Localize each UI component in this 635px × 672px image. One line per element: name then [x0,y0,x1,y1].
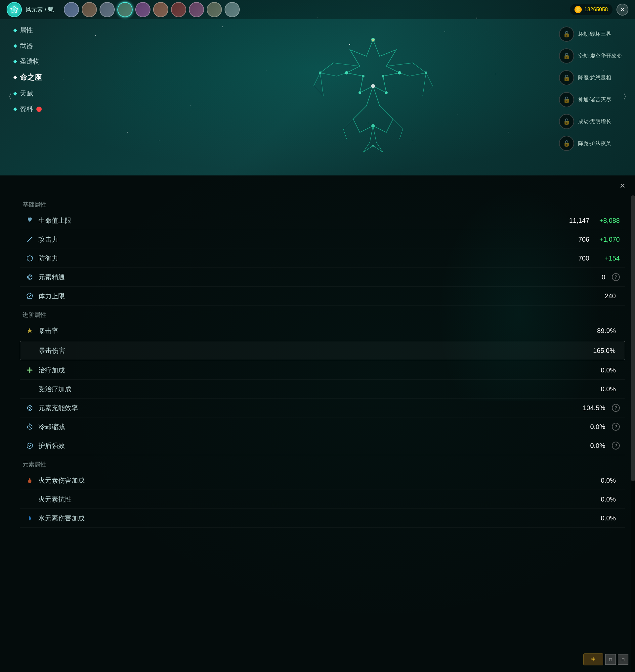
stat-row-stamina: 体力上限 240 [20,287,625,306]
svg-point-11 [319,71,322,74]
stat-value-hp: 11,147 [569,217,589,225]
stat-bonus-def: +154 [593,255,620,262]
menu-item-constellation[interactable]: 命之座 [10,70,46,85]
section-title-advanced: 进阶属性 [20,306,625,321]
section-title-basic: 基础属性 [20,195,625,211]
stat-icon-hydro [25,513,35,523]
nav-arrow-right[interactable]: 〉 [622,87,632,107]
corner-badge[interactable]: 中 [584,653,603,665]
char-avatar-5[interactable] [135,2,151,17]
help-icon-shield[interactable]: ? [612,442,620,449]
stat-icon-pyro-res [25,495,35,504]
char-avatar-6[interactable] [153,2,168,17]
stat-icon-er [25,403,35,413]
constellation-symbol [294,20,453,172]
menu-item-weapon[interactable]: 武器 [10,39,46,53]
lock-icon-6: 🔒 [563,140,570,147]
nav-chars [64,2,570,17]
char-avatar-10[interactable] [224,2,240,17]
panel-close-button[interactable]: ✕ [616,180,628,192]
help-icon-em[interactable]: ? [612,273,620,281]
lock-circle-1: 🔒 [559,26,574,42]
lock-item-1[interactable]: 🔒 坏劫·毁坏三界 [559,26,622,42]
stat-name-em: 元素精通 [38,273,601,282]
menu-label-attributes: 属性 [20,26,33,35]
menu-label-profile: 资料 [20,105,33,113]
menu-item-artifacts[interactable]: 圣遗物 [10,54,46,68]
svg-point-9 [362,75,365,78]
stat-row-crit-dmg: 暴击伤害 165.0% [20,341,625,360]
left-menu: 属性 武器 圣遗物 命之座 天赋 资料 ! [10,23,46,118]
scrollbar[interactable] [631,195,635,672]
top-nav: 风元素 / 魈 🪙 18265058 ✕ [0,0,635,19]
stat-row-healing: 治疗加成 0.0% [20,361,625,380]
stat-row-incoming-healing: 受治疗加成 0.0% [20,380,625,399]
stat-icon-em [25,272,35,282]
nav-close-button[interactable]: ✕ [616,4,628,16]
char-avatar-9[interactable] [207,2,222,17]
scrollbar-thumb[interactable] [631,195,635,481]
lock-item-3[interactable]: 🔒 降魔·忿怒显相 [559,70,622,85]
nav-arrow-left[interactable]: 〈 [3,87,13,107]
char-avatar-4[interactable] [117,2,133,17]
corner-btn-2[interactable]: ◻ [618,654,628,665]
lock-item-4[interactable]: 🔒 神通·诸苦灭尽 [559,92,622,107]
svg-point-6 [398,71,401,75]
char-avatar-2[interactable] [82,2,97,17]
stat-row-em: 元素精通 0 ? [20,268,625,287]
stats-container[interactable]: 基础属性 生命值上限 11,147 +8,088 攻击力 706 +1,070 [20,195,628,672]
lock-icon-3: 🔒 [563,74,570,81]
help-icon-er[interactable]: ? [612,404,620,412]
svg-marker-16 [27,293,33,299]
corner-btn-1[interactable]: ◻ [605,654,616,665]
menu-item-talents[interactable]: 天赋 [10,86,46,101]
stat-value-cd-reduction: 0.0% [590,423,605,431]
lock-item-6[interactable]: 🔒 降魔·护法夜叉 [559,136,622,151]
stat-row-cd-reduction: 冷却缩减 0.0% ? [20,417,625,436]
menu-diamond [13,44,17,48]
stat-name-pyro-dmg: 火元素伤害加成 [38,476,600,485]
char-avatar-3[interactable] [100,2,115,17]
svg-point-12 [425,71,427,74]
stat-value-atk: 706 [578,236,589,243]
lock-label-5: 成劫·无明增长 [578,118,611,125]
bottom-right-corner: 中 ◻ ◻ [584,653,628,665]
nav-logo[interactable] [7,2,22,17]
help-icon-cd[interactable]: ? [612,423,620,431]
menu-label-artifacts: 圣遗物 [20,57,40,66]
lock-icon-1: 🔒 [563,30,570,38]
menu-diamond [13,107,17,111]
lock-item-2[interactable]: 🔒 空劫·虚空华开敌变 [559,48,622,64]
lock-icon-4: 🔒 [563,96,570,103]
stat-icon-shield [25,441,35,450]
stat-icon-incoming-healing [25,384,35,394]
stat-value-pyro-dmg: 0.0% [600,477,616,484]
stats-panel: ✕ 基础属性 生命值上限 11,147 +8,088 攻击力 [0,175,635,672]
menu-diamond-active [13,76,17,79]
menu-item-profile[interactable]: 资料 ! [10,102,46,116]
svg-point-4 [371,84,375,88]
lock-label-4: 神通·诸苦灭尽 [578,96,611,103]
stat-value-crit-dmg: 165.0% [593,347,615,355]
stat-name-atk: 攻击力 [38,235,578,244]
lock-circle-5: 🔒 [559,114,574,129]
char-avatar-1[interactable] [64,2,79,17]
lock-label-2: 空劫·虚空华开敌变 [578,52,622,60]
char-avatar-7[interactable] [171,2,186,17]
stat-row-hp: 生命值上限 11,147 +8,088 [20,211,625,230]
profile-badge: ! [36,107,42,112]
stat-value-shield: 0.0% [590,442,605,449]
stat-name-healing: 治疗加成 [38,366,600,375]
nav-currency: 🪙 18265058 [570,4,613,15]
stat-row-shield: 护盾强效 0.0% ? [20,436,625,455]
section-title-elemental: 元素属性 [20,455,625,471]
menu-item-attributes[interactable]: 属性 [10,23,46,37]
char-avatar-8[interactable] [189,2,204,17]
constellation-locks: 🔒 坏劫·毁坏三界 🔒 空劫·虚空华开敌变 🔒 降魔·忿怒显相 🔒 神通·诸苦灭… [559,26,622,151]
svg-point-0 [13,8,15,10]
lock-item-5[interactable]: 🔒 成劫·无明增长 [559,114,622,129]
stat-row-def: 防御力 700 +154 [20,249,625,268]
stat-name-incoming-healing: 受治疗加成 [38,385,600,394]
stat-value-pyro-res: 0.0% [600,496,616,503]
stat-name-er: 元素充能效率 [38,403,583,413]
